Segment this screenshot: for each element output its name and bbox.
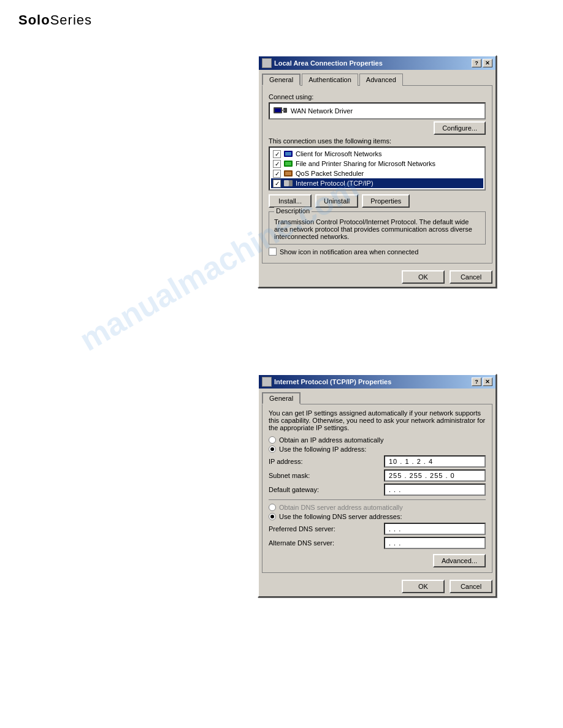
intro-text: You can get IP settings assigned automat… — [269, 409, 486, 431]
local-area-connection-dialog: Local Area Connection Properties ? ✕ Gen… — [258, 55, 497, 288]
description-group: Description Transmission Control Protoco… — [269, 211, 486, 245]
preferred-dns-label: Preferred DNS server: — [269, 525, 379, 533]
svg-rect-13 — [289, 180, 293, 186]
advanced-button[interactable]: Advanced... — [433, 554, 486, 567]
subnet-mask-field[interactable]: 255 . 255 . 255 . 0 — [384, 469, 486, 482]
svg-rect-1 — [267, 62, 270, 64]
use-following-radio[interactable] — [269, 446, 276, 453]
use-dns-radio-item[interactable]: Use the following DNS server addresses: — [269, 513, 486, 520]
checkbox-qos[interactable] — [273, 170, 281, 178]
dialog2-tabs: General — [259, 389, 496, 404]
item-label: Internet Protocol (TCP/IP) — [296, 180, 373, 187]
item-label: QoS Packet Scheduler — [296, 170, 364, 177]
dialog1-title-text: Local Area Connection Properties — [274, 59, 383, 67]
dialog2-ok-button[interactable]: OK — [402, 580, 445, 593]
dialog1-title-icon — [262, 58, 272, 68]
dialog2-content: You can get IP settings assigned automat… — [262, 404, 492, 573]
configure-button[interactable]: Configure... — [434, 121, 486, 135]
subnet-mask-label: Subnet mask: — [269, 472, 379, 479]
list-item[interactable]: Client for Microsoft Networks — [271, 149, 483, 159]
dialog2-help-button[interactable]: ? — [472, 377, 481, 386]
logo-part2: Series — [50, 12, 92, 28]
ip-fields: IP address: 10 . 1 . 2 . 4 Subnet mask: … — [269, 455, 486, 496]
default-gateway-label: Default gateway: — [269, 486, 379, 493]
use-dns-label: Use the following DNS server addresses: — [279, 513, 402, 520]
alternate-dns-field[interactable]: . . . — [384, 537, 486, 549]
file-sharing-icon — [283, 159, 293, 168]
dialog1-help-button[interactable]: ? — [472, 59, 481, 67]
adapter-name: WAN Network Driver — [291, 107, 353, 115]
tab-advanced[interactable]: Advanced — [359, 74, 403, 86]
obtain-dns-radio[interactable] — [269, 504, 276, 511]
svg-rect-9 — [285, 162, 291, 165]
logo: SoloSeries — [18, 12, 92, 28]
checkbox-tcpip[interactable] — [273, 180, 281, 188]
dialog2-bottom-buttons: OK Cancel — [259, 576, 496, 596]
obtain-dns-radio-item[interactable]: Obtain DNS server address automatically — [269, 504, 486, 511]
network-connection-icon — [263, 59, 270, 67]
preferred-dns-field[interactable]: . . . — [384, 523, 486, 535]
svg-rect-7 — [285, 152, 291, 156]
checkbox-client[interactable] — [273, 150, 281, 158]
description-label: Description — [274, 207, 312, 214]
list-item-selected[interactable]: Internet Protocol (TCP/IP) — [271, 178, 483, 188]
ip-address-label: IP address: — [269, 458, 379, 465]
dialog2-titlebar: Internet Protocol (TCP/IP) Properties ? … — [259, 375, 496, 389]
alternate-dns-value: . . . — [389, 539, 401, 547]
use-dns-radio[interactable] — [269, 513, 276, 520]
checkbox-file-sharing[interactable] — [273, 160, 281, 168]
show-icon-checkbox[interactable] — [269, 248, 277, 256]
dialog2-cancel-button[interactable]: Cancel — [450, 580, 492, 593]
connection-items-list: Client for Microsoft Networks File and P… — [269, 146, 486, 191]
tab-general-2[interactable]: General — [262, 392, 301, 404]
qos-icon — [283, 169, 293, 178]
use-following-radio-item[interactable]: Use the following IP address: — [269, 446, 486, 453]
dialog1-bottom-buttons: OK Cancel — [259, 267, 496, 287]
obtain-auto-label: Obtain an IP address automatically — [279, 436, 383, 444]
tcpip-icon — [283, 179, 293, 188]
obtain-auto-radio[interactable] — [269, 436, 276, 444]
dialog1-ok-button[interactable]: OK — [402, 270, 445, 284]
tab-general[interactable]: General — [262, 74, 301, 86]
dialog1-tabs: General Authentication Advanced — [259, 70, 496, 85]
dialog1-cancel-button[interactable]: Cancel — [450, 270, 492, 284]
connect-using-label: Connect using: — [269, 93, 486, 100]
svg-rect-5 — [282, 110, 285, 111]
svg-rect-0 — [263, 62, 267, 64]
advanced-button-row: Advanced... — [269, 554, 486, 567]
dialog1-titlebar: Local Area Connection Properties ? ✕ — [259, 56, 496, 70]
list-item[interactable]: QoS Packet Scheduler — [271, 169, 483, 178]
use-following-label: Use the following IP address: — [279, 446, 366, 453]
ip-radio-group: Obtain an IP address automatically Use t… — [269, 436, 486, 453]
list-item[interactable]: File and Printer Sharing for Microsoft N… — [271, 159, 483, 169]
ip-address-value: 10 . 1 . 2 . 4 — [389, 458, 433, 465]
item-label: Client for Microsoft Networks — [296, 150, 382, 157]
uninstall-button[interactable]: Uninstall — [315, 194, 358, 208]
svg-rect-12 — [284, 180, 289, 186]
dialog1-content: Connect using: WAN Network Driver Config… — [262, 85, 492, 264]
install-button[interactable]: Install... — [269, 194, 312, 208]
obtain-auto-radio-item[interactable]: Obtain an IP address automatically — [269, 436, 486, 444]
dialog1-close-button[interactable]: ✕ — [483, 59, 492, 67]
svg-rect-14 — [263, 380, 270, 384]
dialog2-close-button[interactable]: ✕ — [483, 377, 492, 386]
default-gateway-field[interactable]: . . . — [384, 483, 486, 496]
svg-rect-11 — [285, 172, 291, 175]
properties-button[interactable]: Properties — [362, 194, 410, 208]
items-label: This connection uses the following items… — [269, 137, 486, 145]
default-gateway-value: . . . — [389, 486, 401, 493]
item-label: File and Printer Sharing for Microsoft N… — [296, 160, 435, 167]
client-icon — [283, 150, 293, 158]
preferred-dns-value: . . . — [389, 525, 401, 533]
tcpip-properties-dialog: Internet Protocol (TCP/IP) Properties ? … — [258, 374, 497, 597]
tab-authentication[interactable]: Authentication — [302, 74, 358, 86]
dns-radio-group: Obtain DNS server address automatically … — [269, 504, 486, 520]
network-icon — [263, 378, 270, 385]
dialog2-title-icon — [262, 377, 272, 387]
show-icon-label: Show icon in notification area when conn… — [280, 248, 418, 256]
subnet-mask-value: 255 . 255 . 255 . 0 — [389, 472, 455, 479]
dns-fields: Preferred DNS server: . . . Alternate DN… — [269, 523, 486, 549]
ip-address-field[interactable]: 10 . 1 . 2 . 4 — [384, 455, 486, 468]
dialog2-title-text: Internet Protocol (TCP/IP) Properties — [274, 378, 391, 385]
separator — [269, 499, 486, 500]
